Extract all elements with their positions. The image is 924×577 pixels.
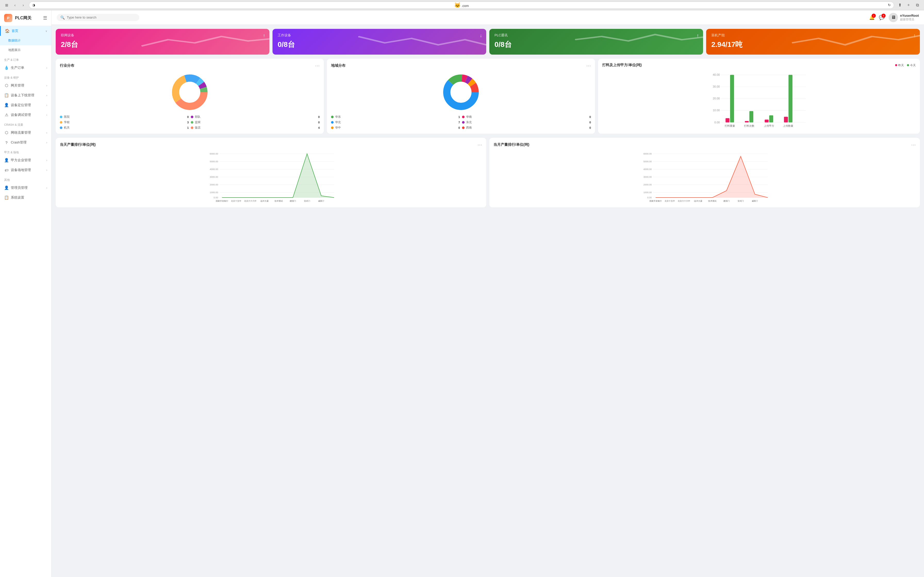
section-label-crash: CRASH & 流量 <box>0 120 51 128</box>
northeast-dot <box>462 121 465 124</box>
chevron-icon-dev: › <box>47 94 47 97</box>
svg-text:远洋大厦: 远洋大厦 <box>694 200 702 202</box>
message-badge: 8 <box>882 14 885 18</box>
sidebar-item-map-display[interactable]: 地图展示 <box>0 45 51 55</box>
sidebar-item-map-label: 地图展示 <box>8 48 21 52</box>
bell-badge: 1 <box>872 14 876 18</box>
hotel-name: 饭店 <box>195 126 317 130</box>
bell-notification-btn[interactable]: 🔔 1 <box>869 15 875 20</box>
sidebar-item-crash-label: Crash管理 <box>11 140 27 145</box>
dashboard: 联网设备 2/8台 ↑ 工作设备 0/8台 ↓ PLC通讯 <box>52 25 924 211</box>
charts-row: 行业分布 ⋯ <box>56 59 920 134</box>
url-bar[interactable]: ◑ 🐱 .com ↻ <box>29 2 894 9</box>
svg-rect-29 <box>788 75 792 122</box>
hospital-val: 0 <box>187 115 189 118</box>
logo-text: PLC网关 <box>15 15 31 21</box>
refresh-icon[interactable]: ↻ <box>888 3 891 7</box>
prison-name: 监狱 <box>195 120 317 124</box>
logo-icon: P <box>4 14 12 22</box>
region-more-btn[interactable]: ⋯ <box>586 63 591 69</box>
legend-prison: 监狱 0 <box>191 120 320 124</box>
sidebar-item-prod-label: 生产订单 <box>11 65 24 70</box>
svg-rect-22 <box>725 118 729 122</box>
legend-agency: 机关 1 <box>60 126 189 130</box>
url-text: 🐱 .com <box>37 2 886 8</box>
chevron-icon-net: › <box>47 131 47 134</box>
section-label-client: 甲方 & 场地 <box>0 147 51 155</box>
sidebar-item-site-label: 设备场地管理 <box>11 168 31 172</box>
debug-icon: ⚠ <box>4 113 9 117</box>
sidebar-item-site[interactable]: 🏷 设备场地管理 › <box>0 165 51 175</box>
device-online-icon: 📋 <box>4 93 9 98</box>
monthly-more-btn[interactable]: ⋯ <box>911 142 916 148</box>
main-content: 🔍 🔔 1 💬 8 🖥 nYuserRoot 超级管理员 <box>52 10 924 577</box>
sidebar-item-device-locate[interactable]: 👤 设备定位管理 › <box>0 100 51 110</box>
agency-name: 机关 <box>64 126 186 130</box>
svg-text:20.00: 20.00 <box>713 97 720 100</box>
sidebar-item-home-label: 首页 <box>11 29 18 33</box>
svg-text:0.00: 0.00 <box>213 196 218 199</box>
top-bar-actions: 🔔 1 💬 8 🖥 nYuserRoot 超级管理员 <box>869 13 919 22</box>
sidebar-item-gateway[interactable]: ⬡ 网关管理 › <box>0 81 51 90</box>
industry-chart-title: 行业分布 <box>60 63 74 68</box>
chevron-icon-cli: › <box>47 159 47 162</box>
search-input[interactable] <box>67 15 136 19</box>
region-donut-svg <box>440 72 481 113</box>
sidebar-toggle-btn[interactable]: ⊞ <box>3 2 10 9</box>
daily-prod-title: 当天产量排行/单位(吨) <box>60 142 96 147</box>
northeast-name: 东北 <box>466 120 588 124</box>
daily-prod-header: 当天产量排行/单位(吨) ⋯ <box>60 142 482 148</box>
sidebar-item-data-stats[interactable]: 数据统计 <box>0 36 51 45</box>
connected-wave <box>141 29 270 53</box>
yesterday-dot <box>895 64 897 66</box>
message-notification-btn[interactable]: 💬 8 <box>879 15 885 20</box>
legend-central: 华中 0 <box>331 126 460 130</box>
tabs-btn[interactable]: ⧉ <box>914 2 921 9</box>
monthly-prod-svg: 6000.00 5000.00 4000.00 3000.00 2000.00 … <box>493 151 916 202</box>
stat-card-capacity: 装机产能 2.94/17吨 ↑ <box>706 29 920 55</box>
user-info[interactable]: 🖥 nYuserRoot 超级管理员 <box>888 13 919 22</box>
sidebar-item-production-order[interactable]: 💧 生产订单 › <box>0 63 51 73</box>
share-btn[interactable]: ⬆ <box>896 2 903 9</box>
sidebar-item-system[interactable]: 📋 系统设置 <box>0 193 51 203</box>
central-dot <box>331 126 334 129</box>
svg-text:5000.00: 5000.00 <box>643 160 652 163</box>
svg-text:6000.00: 6000.00 <box>643 153 652 155</box>
svg-text:2000.00: 2000.00 <box>643 184 652 186</box>
bar-legend-yesterday: 昨天 <box>895 63 904 67</box>
sidebar-item-network-flow[interactable]: ⬡ 网络流量管理 › <box>0 128 51 137</box>
sidebar-item-data-stats-label: 数据统计 <box>8 39 21 43</box>
user-avatar: 🖥 <box>888 13 898 22</box>
svg-text:宜武门: 宜武门 <box>304 200 310 202</box>
forward-btn[interactable]: › <box>19 2 27 9</box>
bar-chart-card: 打料及上传甲方/单位(吨) 昨天 今天 <box>598 59 920 134</box>
chevron-icon-dbg: › <box>47 114 47 116</box>
sidebar-item-client[interactable]: 👤 甲方企业管理 › <box>0 155 51 165</box>
sidebar-item-device-debug[interactable]: ⚠ 设备调试管理 › <box>0 110 51 120</box>
sidebar-item-admin[interactable]: 👤 管理员管理 › <box>0 183 51 193</box>
svg-text:建国门: 建国门 <box>289 200 296 202</box>
svg-rect-24 <box>745 121 749 122</box>
sidebar-menu-toggle[interactable]: ☰ <box>43 15 47 21</box>
back-btn[interactable]: ‹ <box>11 2 19 9</box>
chevron-icon-prod: › <box>47 66 47 69</box>
industry-more-btn[interactable]: ⋯ <box>315 63 320 69</box>
new-tab-btn[interactable]: ＋ <box>905 2 912 9</box>
sidebar-item-home[interactable]: 🏠 首页 ∨ <box>0 26 51 36</box>
svg-text:1000.00: 1000.00 <box>210 191 218 194</box>
sidebar-item-crash[interactable]: ? Crash管理 › <box>0 137 51 147</box>
daily-more-btn[interactable]: ⋯ <box>478 142 482 148</box>
legend-southwest: 西南 0 <box>462 126 591 130</box>
region-chart-title: 地域分布 <box>331 63 346 68</box>
northeast-val: 0 <box>590 121 591 124</box>
legend-north: 华北 7 <box>331 120 460 124</box>
svg-text:1000.00: 1000.00 <box>643 191 652 194</box>
search-box[interactable]: 🔍 <box>57 14 139 21</box>
production-row: 当天产量排行/单位(吨) ⋯ 6000.00 5000.00 4000.00 3… <box>56 138 920 207</box>
svg-text:3000.00: 3000.00 <box>210 176 218 178</box>
sidebar-item-device-online[interactable]: 📋 设备上下线管理 › <box>0 90 51 100</box>
east-val: 1 <box>459 115 460 118</box>
legend-northeast: 东北 0 <box>462 120 591 124</box>
chevron-icon-gw: › <box>47 84 47 87</box>
army-val: 0 <box>318 115 320 118</box>
